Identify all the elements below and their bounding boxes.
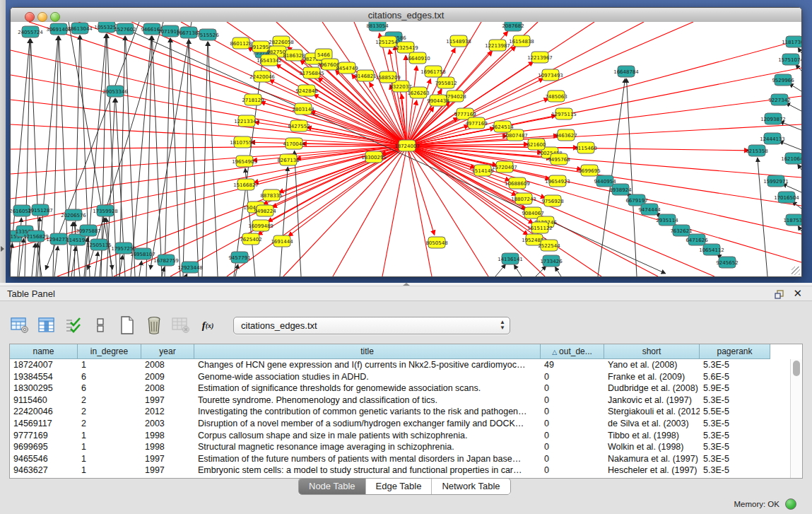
table-cell[interactable]: 1997 xyxy=(141,465,194,477)
table-cell[interactable]: 1 xyxy=(78,359,141,371)
table-row[interactable]: 1456911722003Disruption of a novel membe… xyxy=(10,418,791,430)
table-cell[interactable]: Genome-wide association studies in ADHD. xyxy=(194,371,541,383)
table-cell[interactable]: Jankovic et al. (1997) xyxy=(604,395,700,407)
network-node[interactable]: 9227342 xyxy=(768,94,790,105)
network-node[interactable]: 17016504 xyxy=(774,192,799,203)
table-row[interactable]: 2242004622012Investigating the contribut… xyxy=(10,406,791,418)
network-node[interactable]: 12444133 xyxy=(760,133,785,144)
table-cell[interactable]: 0 xyxy=(541,371,604,383)
table-cell[interactable]: Corpus callosum shape and size in male p… xyxy=(194,430,541,442)
network-node[interactable]: 8601128 xyxy=(230,37,252,49)
network-node[interactable]: 621600 xyxy=(527,139,546,150)
network-node[interactable]: 1691444 xyxy=(271,235,293,247)
network-node[interactable]: 1187533 xyxy=(783,214,801,226)
collapsed-panel-arrow-icon[interactable] xyxy=(1,246,4,252)
column-header-in_degree[interactable]: in_degree xyxy=(78,344,141,359)
network-node[interactable]: 9245652 xyxy=(716,257,738,268)
network-node[interactable]: 16782759 xyxy=(153,255,179,266)
network-node[interactable]: 2522544 xyxy=(538,240,560,251)
network-node[interactable]: 1527602 xyxy=(114,23,136,35)
network-node[interactable]: 19151287 xyxy=(28,204,53,216)
network-node[interactable]: 7485063 xyxy=(545,90,567,102)
table-row[interactable]: 946362711997Embryonic stem cells: a mode… xyxy=(10,465,791,477)
table-cell[interactable]: Tibbo et al. (1998) xyxy=(604,430,700,442)
network-node[interactable]: 8050548 xyxy=(425,237,447,248)
network-node[interactable]: 9115460 xyxy=(575,142,596,153)
table-cell[interactable]: 6 xyxy=(78,382,141,395)
table-cell[interactable]: 5.3E-5 xyxy=(700,395,770,407)
table-cell[interactable]: 2 xyxy=(78,418,141,430)
table-cell[interactable]: Disruption of a novel member of a sodium… xyxy=(194,418,541,430)
node-table[interactable]: namein_degreeyeartitle△out_de...shortpag… xyxy=(9,344,803,479)
table-cell[interactable]: 5.3E-5 xyxy=(700,359,770,371)
table-cell[interactable]: 1 xyxy=(78,465,141,477)
network-node[interactable]: 12093872 xyxy=(760,113,786,124)
network-node[interactable]: 9457791 xyxy=(228,252,250,263)
network-node[interactable]: 12213967 xyxy=(527,52,553,63)
table-cell[interactable]: 6 xyxy=(78,371,141,383)
network-node[interactable]: 6471626 xyxy=(686,234,708,245)
network-node[interactable]: 11817304 xyxy=(782,36,801,47)
network-node[interactable]: 2803144 xyxy=(292,103,314,115)
network-node[interactable]: 4170044 xyxy=(283,138,305,149)
table-row[interactable]: 977716911998Corpus callosum shape and si… xyxy=(10,430,791,442)
table-cell[interactable]: Wolkin et al. (1998) xyxy=(604,441,700,453)
table-cell[interactable]: 14569117 xyxy=(10,418,78,430)
network-node[interactable]: 1514149 xyxy=(471,165,493,176)
table-cell[interactable]: 2 xyxy=(78,406,141,418)
table-cell[interactable]: Hescheler et al. (1997) xyxy=(604,465,700,477)
table-cell[interactable]: 0 xyxy=(541,395,604,407)
network-node[interactable]: 9904438 xyxy=(427,95,449,106)
network-node[interactable]: 8267130 xyxy=(277,154,299,165)
column-visibility-icon[interactable] xyxy=(37,315,57,335)
network-node[interactable]: 4977169 xyxy=(465,117,487,129)
network-node[interactable]: 9474444 xyxy=(638,204,661,215)
network-node[interactable]: 2935114 xyxy=(656,214,678,226)
network-node[interactable]: 8215358 xyxy=(746,145,767,156)
table-cell[interactable]: 5.3E-5 xyxy=(700,465,770,477)
table-cell[interactable]: Franke et al. (2009) xyxy=(604,371,700,383)
float-panel-icon[interactable] xyxy=(775,289,784,298)
table-cell[interactable]: 0 xyxy=(541,382,604,395)
scrollbar-thumb[interactable] xyxy=(793,361,800,376)
divider-handle-icon[interactable] xyxy=(403,283,410,286)
delete-table-icon[interactable] xyxy=(144,315,164,335)
table-cell[interactable]: 5.9E-5 xyxy=(700,382,770,395)
table-cell[interactable]: 5.3E-5 xyxy=(700,418,770,430)
table-cell[interactable]: 0 xyxy=(541,430,604,442)
memory-status-icon[interactable] xyxy=(785,498,796,510)
table-cell[interactable]: Dudbridge et al. (2008) xyxy=(604,382,700,395)
table-row[interactable]: 946554611997Estimation of the future num… xyxy=(10,453,791,465)
network-node[interactable]: 14136141 xyxy=(498,253,523,264)
table-cell[interactable]: 2012 xyxy=(141,406,194,418)
table-row[interactable]: 1938455462009Genome-wide association stu… xyxy=(10,371,791,383)
network-node[interactable]: 16210643 xyxy=(781,153,801,164)
network-node[interactable]: 8813054 xyxy=(366,22,389,31)
network-node[interactable]: 12213987 xyxy=(485,40,510,51)
network-table-select[interactable]: citations_edges.txt ▲▼ xyxy=(233,317,510,334)
tab-network-table[interactable]: Network Table xyxy=(432,479,510,494)
network-window[interactable]: citations_edges.txt 24055724306914061861… xyxy=(10,7,802,277)
network-node[interactable]: 2087682 xyxy=(502,22,524,31)
row-height-icon[interactable] xyxy=(90,315,110,335)
tab-node-table[interactable]: Node Table xyxy=(299,479,366,494)
network-node[interactable]: 16640910 xyxy=(405,52,430,64)
network-node[interactable]: 18613044 xyxy=(67,23,93,34)
column-header-short[interactable]: short xyxy=(604,344,700,359)
new-table-icon[interactable] xyxy=(117,315,137,335)
table-row[interactable]: 1830029562008Estimation of significance … xyxy=(10,382,791,395)
network-node[interactable]: 9756928 xyxy=(541,195,563,206)
table-cell[interactable]: 1 xyxy=(78,453,141,465)
table-settings-icon[interactable] xyxy=(10,315,30,335)
network-node[interactable]: 9242848 xyxy=(295,85,317,96)
network-node[interactable]: 12923448 xyxy=(177,262,203,273)
network-node[interactable]: 9495768 xyxy=(548,153,570,165)
table-cell[interactable]: Yano et al. (2008) xyxy=(604,359,700,371)
table-cell[interactable]: Changes of HCN gene expression and I(f) … xyxy=(194,359,541,371)
table-cell[interactable]: 5.5E-5 xyxy=(700,406,770,418)
network-node[interactable]: 9529966 xyxy=(772,74,794,86)
network-node[interactable]: 2718129 xyxy=(242,94,264,105)
network-node[interactable]: 24055724 xyxy=(18,26,43,37)
table-cell[interactable]: 9115460 xyxy=(10,395,78,407)
table-cell[interactable]: 2008 xyxy=(141,359,194,371)
